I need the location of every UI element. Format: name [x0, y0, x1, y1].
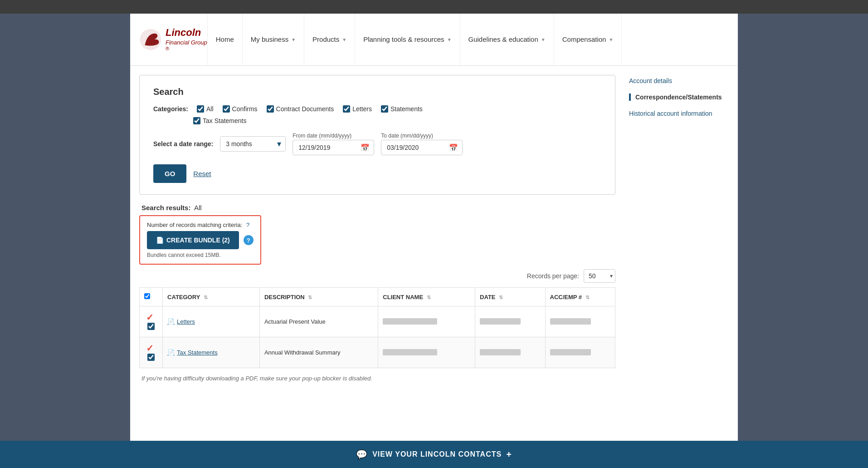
sort-icon-category: ⇅	[204, 295, 208, 300]
nav-item-guidelines[interactable]: Guidelines & education ▼	[460, 14, 554, 65]
row-2-acc	[545, 337, 615, 368]
category-contract-docs[interactable]: Contract Documents	[267, 105, 334, 113]
row-2-check-cell: ✓	[140, 337, 163, 368]
chevron-down-icon: ▼	[541, 37, 546, 42]
row-check-cell: ✓	[140, 306, 163, 337]
help-icon-circle[interactable]: ?	[244, 235, 254, 245]
nav-item-products[interactable]: Products ▼	[304, 14, 355, 65]
nav-item-compensation[interactable]: Compensation ▼	[554, 14, 622, 65]
sort-icon-acc: ⇅	[585, 295, 590, 300]
chevron-down-icon: ▼	[609, 37, 613, 42]
logo-text: Lincoln Financial Group ®	[166, 27, 207, 52]
footer-plus-icon: +	[506, 449, 512, 460]
table-header-client-name[interactable]: CLIENT NAME ⇅	[378, 288, 475, 306]
blurred-acc	[550, 318, 591, 325]
nav-item-my-business[interactable]: My business ▼	[243, 14, 304, 65]
date-range-select[interactable]: 1 month 3 months 6 months 1 year Custom	[220, 136, 286, 152]
categories-row: Categories: All Confirms Contract Docume…	[153, 105, 601, 113]
sort-icon-date: ⇅	[499, 295, 503, 300]
row-2-client-name	[378, 337, 475, 368]
create-bundle-button[interactable]: 📄 CREATE BUNDLE (2)	[147, 231, 239, 249]
checkbox-confirms[interactable]	[223, 105, 230, 113]
category-statements[interactable]: Statements	[381, 105, 423, 113]
table-header-date[interactable]: DATE ⇅	[475, 288, 545, 306]
table-row: ✓ 📄 Letters Actuarial Present Value	[140, 306, 615, 337]
from-date-label: From date (mm/dd/yyyy)	[293, 133, 374, 139]
date-range-row: Select a date range: 1 month 3 months 6 …	[153, 133, 601, 155]
blurred-date	[480, 318, 521, 325]
nav-menu: Home My business ▼ Products ▼ Planning t…	[207, 14, 729, 65]
nav-item-home[interactable]: Home	[207, 14, 243, 65]
bundle-highlight-box: Number of records matching criteria: ? 📄…	[139, 215, 261, 265]
row-1-date	[475, 306, 545, 337]
letters-link[interactable]: 📄 Letters	[167, 318, 255, 325]
sort-icon-client: ⇅	[427, 295, 431, 300]
to-date-wrapper: 📅	[381, 140, 463, 155]
checkbox-statements[interactable]	[381, 105, 388, 113]
sidebar-link-historical[interactable]: Historical account information	[629, 110, 729, 117]
records-help-link[interactable]: ?	[246, 222, 249, 228]
chevron-down-icon: ▼	[342, 37, 346, 42]
categories-label: Categories:	[153, 105, 190, 113]
search-buttons-row: GO Reset	[153, 164, 601, 183]
to-date-label: To date (mm/dd/yyyy)	[381, 133, 463, 139]
select-all-checkbox[interactable]	[144, 293, 150, 299]
footer-bar[interactable]: 💬 VIEW YOUR LINCOLN CONTACTS +	[0, 441, 868, 468]
reset-button[interactable]: Reset	[193, 164, 211, 183]
svg-point-1	[153, 35, 156, 38]
bundle-row: 📄 CREATE BUNDLE (2) ?	[147, 231, 254, 249]
top-navigation: Lincoln Financial Group ® Home My busine…	[130, 14, 738, 66]
checkbox-tax-statements[interactable]	[193, 117, 200, 124]
tax-statements-row: Tax Statements	[153, 117, 601, 124]
checkbox-contract-docs[interactable]	[267, 105, 274, 113]
sidebar-link-correspondence[interactable]: Correspondence/Statements	[629, 94, 729, 101]
calendar-icon: 📅	[361, 143, 370, 152]
table-row: ✓ 📄 Tax Statements Annual Withdrawal	[140, 337, 615, 368]
logo-icon	[139, 28, 162, 51]
records-per-page-wrapper: 10 25 50 100 ▾	[584, 269, 615, 283]
search-box: Search Categories: All Confirms Contract	[139, 75, 615, 195]
go-button[interactable]: GO	[153, 164, 186, 183]
blurred-client-name	[383, 318, 437, 325]
chat-icon: 💬	[356, 449, 368, 460]
table-header-description[interactable]: DESCRIPTION ⇅	[259, 288, 378, 306]
nav-item-planning-tools[interactable]: Planning tools & resources ▼	[355, 14, 460, 65]
checkmark-red-icon: ✓	[146, 312, 154, 322]
from-date-wrapper: 📅	[293, 140, 374, 155]
date-range-label: Select a date range:	[153, 140, 213, 148]
table-header-acc-emp[interactable]: ACC/EMP # ⇅	[545, 288, 615, 306]
search-results-area: Search results: All Number of records ma…	[139, 204, 615, 386]
row-2-category: 📄 Tax Statements	[163, 337, 260, 368]
records-per-page-label: Records per page:	[527, 272, 579, 280]
logo: Lincoln Financial Group ®	[139, 27, 207, 52]
row-2-description: Annual Withdrawal Summary	[259, 337, 378, 368]
pdf-note: If you're having difficulty downloading …	[139, 375, 615, 382]
results-table: CATEGORY ⇅ DESCRIPTION ⇅ CLIENT NAME ⇅	[139, 287, 615, 368]
records-info: Number of records matching criteria: ?	[147, 222, 254, 228]
sidebar-link-account-details[interactable]: Account details	[629, 77, 729, 84]
category-letters[interactable]: Letters	[343, 105, 372, 113]
search-title: Search	[153, 87, 601, 97]
records-per-page-row: Records per page: 10 25 50 100 ▾	[139, 269, 615, 283]
results-value: All	[194, 204, 202, 212]
from-date-group: From date (mm/dd/yyyy) 📅	[293, 133, 374, 155]
checkmark-red-icon-2: ✓	[146, 343, 154, 353]
row-1-description: Actuarial Present Value	[259, 306, 378, 337]
category-confirms[interactable]: Confirms	[223, 105, 258, 113]
category-tax-statements[interactable]: Tax Statements	[193, 117, 247, 124]
table-header-category[interactable]: CATEGORY ⇅	[163, 288, 260, 306]
category-all[interactable]: All	[197, 105, 214, 113]
checkbox-all[interactable]	[197, 105, 204, 113]
table-header-check	[140, 288, 163, 306]
row-2-checkbox[interactable]	[147, 354, 155, 361]
tax-statements-link[interactable]: 📄 Tax Statements	[167, 349, 255, 356]
checkbox-letters[interactable]	[343, 105, 350, 113]
row-1-checkbox[interactable]	[147, 323, 155, 330]
document-link-icon: 📄	[167, 318, 175, 325]
records-per-page-select[interactable]: 10 25 50 100	[584, 269, 615, 283]
row-1-acc	[545, 306, 615, 337]
main-content: Search Categories: All Confirms Contract	[139, 75, 615, 386]
blurred-date-2	[480, 349, 521, 355]
results-header: Search results: All	[139, 204, 615, 212]
document-link-icon-2: 📄	[167, 349, 175, 356]
